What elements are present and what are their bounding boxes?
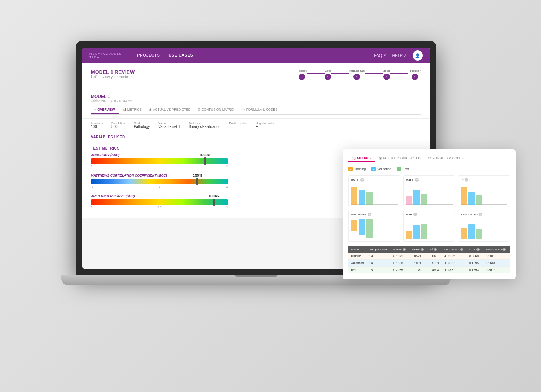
step-goal: Goal ✓ — [325, 69, 331, 80]
user-avatar[interactable]: 👤 — [413, 50, 423, 61]
actual-predicted-icon: ◉ — [149, 108, 152, 111]
mae-help-icon[interactable]: ? — [413, 213, 417, 216]
max-errors-chart — [351, 218, 398, 239]
test-count: 15 — [367, 267, 391, 273]
chart-mape-title: MAPE ? — [406, 178, 453, 182]
validation-count: 14 — [367, 260, 391, 267]
mape-help-icon[interactable]: ? — [415, 178, 419, 182]
param-negative: Negative value F — [256, 121, 275, 129]
chart-r2-title: R² ? — [461, 178, 507, 182]
param-tasktype: Task type Binary classification — [189, 121, 221, 129]
tab-nav: ≡ OVERVIEW 📊 METRICS ◉ ACTUAL VS PREDICT… — [91, 106, 421, 115]
tab-actual-vs-predicted[interactable]: ◉ ACTUAL VS PREDICTED — [145, 106, 194, 114]
th-max-errors: Max. errors ? — [442, 246, 467, 253]
variables-title: VARIABLES USED — [91, 135, 125, 139]
formula-icon: <> — [241, 108, 245, 111]
mae-bar-validation — [413, 225, 420, 239]
th-sample-count: Sample Count — [367, 246, 391, 253]
tab-metrics[interactable]: 📊 METRICS — [119, 106, 146, 114]
mape-bar-test — [421, 194, 427, 205]
tab-overview[interactable]: ≡ OVERVIEW — [91, 106, 119, 114]
chart-residual-sd: Residual SD ? — [458, 210, 510, 242]
residual-sd-help-icon[interactable]: ? — [479, 213, 482, 216]
step-prediction: Prediction ✓ — [408, 69, 421, 80]
training-rmse: 0.1091 — [391, 253, 409, 260]
th-r2: R² ? — [427, 246, 442, 253]
rmse-axis — [351, 204, 398, 205]
step-model-label: Model — [383, 69, 391, 72]
validation-max-errors: -0.3327 — [442, 260, 467, 267]
rp-tab-formula[interactable]: <> FORMULA & CODES — [424, 155, 467, 162]
tab-confusion-matrix[interactable]: ⊞ CONFUSION MATRIX — [194, 106, 238, 114]
rp-tab-metrics[interactable]: 📊 METRICS — [348, 155, 375, 162]
maxerr-bar-training — [351, 220, 357, 231]
auc-bar: 0.8965 — [91, 199, 228, 205]
model-date: Added 2020-03-05 16:34 pm — [91, 99, 421, 103]
training-mae: 0.08603 — [467, 253, 484, 260]
model-params: Iterations 100 Population 500 Goal Patho… — [82, 119, 430, 132]
checkboxes-row: ✓ Training ✓ Validation ✓ Test — [348, 167, 510, 171]
rmse-bar-test — [366, 192, 373, 205]
table-row-training: Training 19 0.1091 0.0591 0.866 -0.2362 … — [348, 253, 510, 260]
mcc-marker — [196, 178, 198, 185]
mae-bar-training — [406, 231, 412, 239]
step-line-1 — [307, 73, 325, 74]
validation-scope: Validation — [348, 260, 367, 267]
step-line-2 — [331, 73, 349, 74]
cb-training[interactable]: ✓ Training — [348, 167, 366, 171]
maxerr-bar-validation — [359, 219, 365, 235]
table-row-validation: Validation 14 0.1858 0.1031 0.5751 -0.33… — [348, 260, 510, 267]
validation-rmse: 0.1858 — [391, 260, 409, 267]
acc-bar: 0.8333 — [91, 158, 228, 164]
cb-validation-label: Validation — [377, 167, 391, 171]
test-max-errors: -0.378 — [442, 267, 467, 273]
test-scope: Test — [348, 267, 367, 273]
tab-formula-codes[interactable]: <> FORMULA & CODES — [238, 106, 281, 114]
step-prediction-label: Prediction — [408, 69, 421, 72]
rp-formula-icon: <> — [428, 156, 432, 160]
r2-help-icon[interactable]: ? — [465, 178, 468, 182]
metrics-icon: 📊 — [122, 108, 126, 111]
cb-validation-box: ✓ — [371, 167, 376, 171]
logo: MYDATAMODELS TADA — [89, 52, 122, 59]
th-residual-sd: Residual SD ? — [484, 246, 510, 253]
test-metrics-title: TEST METRICS — [91, 146, 119, 150]
model-section: MODEL 1 Added 2020-03-05 16:34 pm ≡ OVER… — [82, 90, 430, 119]
mae-bar-test — [421, 224, 427, 239]
training-scope: Training — [348, 253, 367, 260]
mcc-bar: 0.5547 — [91, 179, 228, 184]
param-iterations: Iterations 100 — [91, 121, 103, 129]
rmse-help-icon[interactable]: ? — [360, 178, 364, 182]
laptop-wrapper: MYDATAMODELS TADA PROJECTS USE CASES FAQ… — [54, 34, 487, 358]
nav-use-cases[interactable]: USE CASES — [168, 52, 194, 59]
nav-right: FAQ ↗ HELP ↗ 👤 — [374, 50, 423, 61]
validation-residual-sd: 0.1613 — [484, 260, 510, 267]
auc-value: 0.8965 — [209, 194, 219, 198]
th-rmse: RMSE ? — [391, 246, 409, 253]
table-row-test: Test 15 0.2085 0.1149 0.4994 -0.378 0.16… — [348, 267, 510, 273]
mape-chart — [406, 183, 453, 205]
nav-projects[interactable]: PROJECTS — [136, 52, 160, 59]
cb-validation[interactable]: ✓ Validation — [371, 167, 391, 171]
rp-actual-icon: ◉ — [379, 156, 382, 160]
cb-test[interactable]: ✓ Test — [397, 167, 409, 171]
rp-tab-actual-predicted[interactable]: ◉ ACTUAL VS PREDICTED — [375, 155, 424, 162]
step-goal-circle: ✓ — [325, 74, 331, 80]
max-errors-help-icon[interactable]: ? — [368, 213, 371, 216]
rmse-bar-validation — [359, 190, 365, 205]
chart-r2: R² ? — [458, 175, 510, 207]
training-residual-sd: 0.1011 — [484, 253, 510, 260]
residual-sd-axis — [461, 239, 507, 239]
r2-axis — [461, 204, 507, 205]
r2-bar-training — [461, 187, 467, 205]
nav-faq[interactable]: FAQ ↗ — [374, 53, 386, 58]
th-mae: MAE ? — [467, 246, 484, 253]
th-mape: MAPE ? — [409, 246, 427, 253]
step-project-circle: ✓ — [299, 74, 305, 80]
chart-residual-sd-title: Residual SD ? — [461, 213, 507, 216]
chart-max-errors-title: Max. errors ? — [351, 213, 398, 216]
step-project-label: Project — [298, 69, 307, 72]
step-prediction-circle: ✓ — [412, 74, 418, 80]
mae-chart — [406, 218, 453, 239]
nav-help[interactable]: HELP ↗ — [392, 53, 407, 58]
